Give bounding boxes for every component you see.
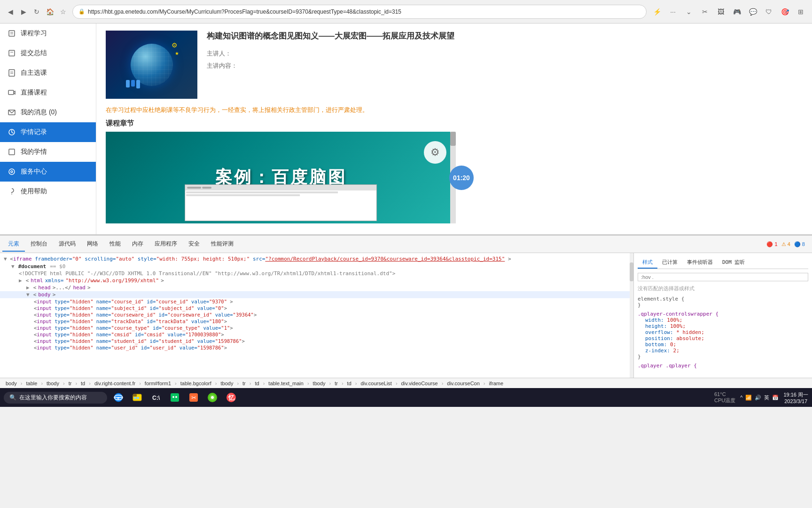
devtools-tab-memory[interactable]: 内存 (126, 237, 149, 252)
devtools-tab-sources[interactable]: 源代码 (53, 237, 81, 252)
use-help-icon (8, 187, 16, 196)
sidebar-item-my-study[interactable]: 我的学情 (0, 142, 96, 162)
refresh-button[interactable]: ↻ (31, 6, 42, 17)
tab-dom[interactable]: DOM 监听 (718, 257, 750, 269)
tray-wifi[interactable]: 📶 (745, 395, 752, 401)
breadcrumb-td2[interactable]: td (253, 381, 261, 386)
breadcrumb-div-coursecon[interactable]: div.courseCon (445, 381, 482, 386)
tray-arrow[interactable]: ^ (740, 395, 742, 400)
breadcrumb-div-videocourse[interactable]: div.videoCourse (399, 381, 440, 386)
devtools-scrollbar[interactable] (630, 253, 633, 378)
sidebar-item-course-learning[interactable]: 课程学习 (0, 24, 96, 43)
document-line[interactable]: ▼ #document == $0 (0, 263, 630, 270)
taskbar-red-icon[interactable]: 忆 (224, 390, 239, 405)
input-courseware-id-text: <input type="hidden" name="courseware_id… (34, 312, 257, 318)
lightning-icon[interactable]: ⚡ (650, 5, 664, 18)
ext1-icon[interactable]: 🖼 (714, 5, 727, 18)
sidebar-item-messages[interactable]: 我的消息 (0) (0, 103, 96, 122)
sidebar-item-live-course[interactable]: 直播课程 (0, 83, 96, 103)
taskbar-wechat-icon[interactable] (167, 390, 182, 405)
bc-sep16: › (396, 381, 398, 386)
tab-event-listeners[interactable]: 事件侦听器 (682, 257, 718, 269)
video-settings-icon[interactable]: ⚙ (424, 141, 446, 164)
video-container[interactable]: 案例：百度脑图 ⚙ (106, 132, 456, 223)
screenshot-titlebar (185, 185, 377, 190)
devtools-tab-network[interactable]: 网络 (81, 237, 104, 252)
ext3-icon[interactable]: 💬 (746, 5, 759, 18)
expand-icon[interactable]: ⌄ (682, 5, 695, 18)
video-wrapper: 案例：百度脑图 ⚙ (106, 132, 456, 223)
breadcrumb-form[interactable]: form#form1 (143, 381, 173, 386)
forward-button[interactable]: ▶ (18, 6, 29, 17)
devtools-tab-performance[interactable]: 性能 (104, 237, 126, 252)
ext5-icon[interactable]: 🎯 (778, 5, 791, 18)
submit-summary-icon (8, 49, 16, 57)
breadcrumb-table[interactable]: table (24, 381, 39, 386)
bc-sep7: › (175, 381, 177, 386)
breadcrumb-iframe[interactable]: iframe (487, 381, 505, 386)
star-button[interactable]: ☆ (57, 6, 69, 17)
input-student-id: <input type="hidden" name="student_id" i… (0, 338, 630, 344)
taskbar-explorer-icon[interactable] (130, 390, 145, 405)
ext2-icon[interactable]: 🎮 (730, 5, 743, 18)
breadcrumb-table-bgcolorf[interactable]: table.bgcolorf (179, 381, 213, 386)
breadcrumb-tr1[interactable]: tr (67, 381, 74, 386)
grid-icon[interactable]: ⊞ (794, 5, 807, 18)
breadcrumb-tr3[interactable]: tr (333, 381, 340, 386)
tab-computed[interactable]: 已计算 (657, 257, 682, 269)
filter-input[interactable] (638, 273, 808, 281)
sidebar-item-submit-summary[interactable]: 提交总结 (0, 43, 96, 63)
input-student-id-text: <input type="hidden" name="student_id" i… (34, 338, 245, 344)
devtools-tab-application[interactable]: 应用程序 (149, 237, 183, 252)
breadcrumb-td3[interactable]: td (345, 381, 353, 386)
browser-actions: ⚡ ··· ⌄ ✂ 🖼 🎮 💬 🛡 🎯 ⊞ (650, 5, 807, 18)
taskbar-ie-icon[interactable]: e (111, 390, 126, 405)
cut-icon[interactable]: ✂ (698, 5, 711, 18)
devtools-tab-security[interactable]: 安全 (183, 237, 205, 252)
breadcrumb-body[interactable]: body (4, 381, 19, 386)
html-line[interactable]: ▶ <html xmlns="http://www.w3.org/1999/xh… (0, 277, 630, 284)
breadcrumb-tbody2[interactable]: tbody (219, 381, 235, 386)
breadcrumb-div-courselist[interactable]: div.courseList (359, 381, 393, 386)
devtools-tab-perf-eval[interactable]: 性能评测 (205, 237, 239, 252)
address-bar[interactable]: 🔒 https://hbt.gpa.enetedu.com/MyCourse/M… (72, 5, 647, 19)
more-options-icon[interactable]: ··· (666, 5, 679, 18)
taskbar-search[interactable]: 🔍 在这里输入你要搜索的内容 (4, 392, 107, 404)
tray-sound[interactable]: 🔊 (755, 395, 761, 401)
tray-calendar[interactable]: 📅 (772, 395, 779, 401)
taskbar-cut-icon[interactable]: ✂ (186, 390, 201, 405)
element-style-rule: element.style { } (638, 296, 808, 308)
course-meta: 主讲人： 主讲内容： (207, 48, 803, 72)
head-line[interactable]: ▶ <head>...</head> (0, 284, 630, 291)
devtools-tab-elements[interactable]: 元素 (2, 237, 25, 252)
home-button[interactable]: 🏠 (44, 6, 55, 17)
sidebar-item-use-help[interactable]: 使用帮助 (0, 182, 96, 201)
sidebar-item-study-records[interactable]: 学情记录 (0, 122, 96, 142)
devtools-tab-console[interactable]: 控制台 (25, 237, 53, 252)
sidebar-item-service-center[interactable]: 服务中心 (0, 162, 96, 182)
css-val-position: absolute; (676, 335, 704, 341)
breadcrumb-table-text-main[interactable]: table.text_main (266, 381, 305, 386)
iframe-line[interactable]: ▼ <iframe frameborder="0" scrolling="aut… (0, 255, 630, 263)
input-subject-id: <input type="hidden" name="subject_id" i… (0, 305, 630, 311)
breadcrumb-tbody3[interactable]: tbody (311, 381, 328, 386)
tray-keyboard[interactable]: 英 (764, 394, 769, 401)
html-open: < (26, 278, 29, 284)
document-ref: #document (18, 263, 47, 270)
breadcrumb-div-right[interactable]: div.right-content.fr (93, 381, 137, 386)
breadcrumb-td1[interactable]: td (79, 381, 87, 386)
back-button[interactable]: ◀ (5, 6, 16, 17)
input-course-type: <input type="hidden" name="course_type" … (0, 325, 630, 331)
breadcrumb-tr2[interactable]: tr (241, 381, 248, 386)
tab-styles[interactable]: 样式 (638, 257, 657, 269)
clock-time: 19:16 周一 (783, 391, 808, 398)
bc-sep4: › (75, 381, 77, 386)
taskbar-green-icon[interactable] (205, 390, 220, 405)
body-line[interactable]: ▼ <body> (0, 291, 630, 298)
breadcrumb-tbody1[interactable]: tbody (45, 381, 61, 386)
sidebar-item-free-choice[interactable]: 自主选课 (0, 63, 96, 83)
taskbar-shell-icon[interactable]: C:\ (148, 390, 164, 405)
clock[interactable]: 19:16 周一 2023/3/17 (783, 391, 808, 404)
ext4-icon[interactable]: 🛡 (762, 5, 775, 18)
timer-badge[interactable]: 01:20 (449, 166, 474, 190)
